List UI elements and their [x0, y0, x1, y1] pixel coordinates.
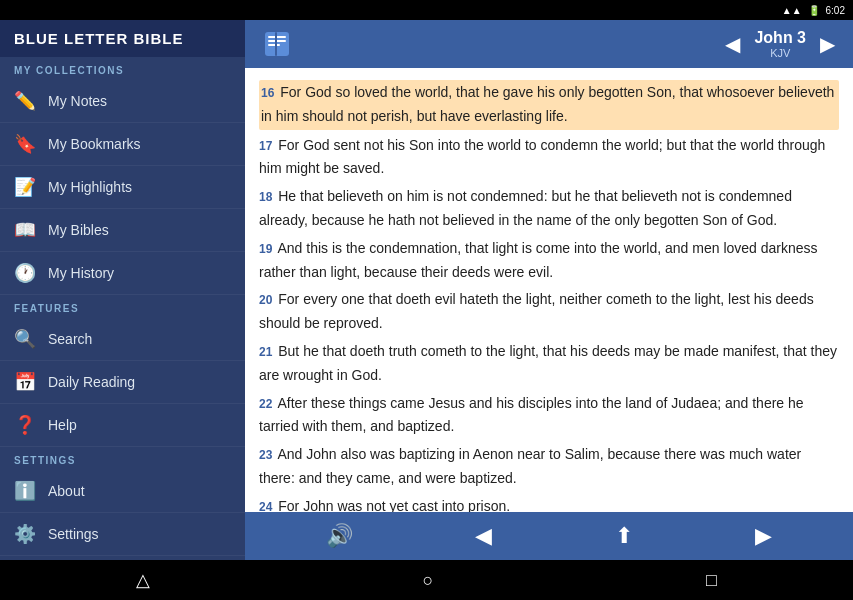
sidebar-item-about[interactable]: ℹ️ About — [0, 470, 245, 513]
bibles-icon: 📖 — [14, 219, 36, 241]
verse-23: 23 And John also was baptizing in Aenon … — [259, 443, 839, 491]
verse-18: 18 He that believeth on him is not conde… — [259, 185, 839, 233]
about-label: About — [48, 483, 85, 499]
help-icon: ❓ — [14, 414, 36, 436]
search-label: Search — [48, 331, 92, 347]
back-nav-button[interactable]: △ — [136, 569, 150, 591]
bookmark-up-button[interactable]: ⬆ — [609, 517, 639, 555]
app-title: BLUE LETTER BIBLE — [0, 20, 245, 57]
verse-16: 16 For God so loved the world, that he g… — [259, 80, 839, 130]
verse-20: 20 For every one that doeth evil hateth … — [259, 288, 839, 336]
verse-num-16: 16 — [261, 86, 274, 100]
notes-label: My Notes — [48, 93, 107, 109]
home-nav-button[interactable]: ○ — [423, 570, 434, 591]
bible-version: KJV — [754, 47, 806, 59]
daily-reading-icon: 📅 — [14, 371, 36, 393]
bibles-label: My Bibles — [48, 222, 109, 238]
chapter-navigation: ◀ John 3 KJV ▶ — [719, 28, 841, 60]
sidebar-item-notes[interactable]: ✏️ My Notes — [0, 80, 245, 123]
verse-22: 22 After these things came Jesus and his… — [259, 392, 839, 440]
sidebar-item-bibles[interactable]: 📖 My Bibles — [0, 209, 245, 252]
settings-icon: ⚙️ — [14, 523, 36, 545]
top-nav: ◀ John 3 KJV ▶ — [245, 20, 853, 68]
notes-icon: ✏️ — [14, 90, 36, 112]
sidebar-item-bookmarks[interactable]: 🔖 My Bookmarks — [0, 123, 245, 166]
bookmarks-label: My Bookmarks — [48, 136, 141, 152]
status-bar: ▲▲ 🔋 6:02 — [0, 0, 853, 20]
back-button[interactable]: ◀ — [469, 517, 498, 555]
verse-24: 24 For John was not yet cast into prison… — [259, 495, 839, 512]
history-label: My History — [48, 265, 114, 281]
forward-button[interactable]: ▶ — [749, 517, 778, 555]
book-logo[interactable] — [257, 24, 297, 64]
daily-reading-label: Daily Reading — [48, 374, 135, 390]
sidebar-item-settings[interactable]: ⚙️ Settings — [0, 513, 245, 556]
chapter-title: John 3 — [754, 29, 806, 47]
svg-rect-4 — [275, 32, 277, 56]
chapter-info: John 3 KJV — [754, 29, 806, 59]
about-icon: ℹ️ — [14, 480, 36, 502]
sidebar: BLUE LETTER BIBLE MY COLLECTIONS ✏️ My N… — [0, 20, 245, 560]
android-nav-bar: △ ○ □ — [0, 560, 853, 600]
battery-icon: 🔋 — [808, 5, 820, 16]
verse-text-16: For God so loved the world, that he gave… — [261, 84, 834, 124]
recents-nav-button[interactable]: □ — [706, 570, 717, 591]
svg-rect-3 — [268, 44, 280, 46]
bottom-toolbar: 🔊 ◀ ⬆ ▶ — [245, 512, 853, 560]
settings-label: Settings — [48, 526, 99, 542]
app-body: BLUE LETTER BIBLE MY COLLECTIONS ✏️ My N… — [0, 20, 853, 560]
next-chapter-button[interactable]: ▶ — [814, 28, 841, 60]
bible-text[interactable]: 16 For God so loved the world, that he g… — [245, 68, 853, 512]
sidebar-item-daily-reading[interactable]: 📅 Daily Reading — [0, 361, 245, 404]
verse-21: 21 But he that doeth truth cometh to the… — [259, 340, 839, 388]
sidebar-item-help[interactable]: ❓ Help — [0, 404, 245, 447]
sidebar-item-search[interactable]: 🔍 Search — [0, 318, 245, 361]
history-icon: 🕐 — [14, 262, 36, 284]
wifi-icon: ▲▲ — [782, 5, 802, 16]
verse-19: 19 And this is the condemnation, that li… — [259, 237, 839, 285]
features-section-label: FEATURES — [0, 295, 245, 318]
highlights-label: My Highlights — [48, 179, 132, 195]
time-display: 6:02 — [826, 5, 845, 16]
sidebar-item-highlights[interactable]: 📝 My Highlights — [0, 166, 245, 209]
prev-chapter-button[interactable]: ◀ — [719, 28, 746, 60]
speak-button[interactable]: 🔊 — [320, 517, 359, 555]
sidebar-item-history[interactable]: 🕐 My History — [0, 252, 245, 295]
collections-section-label: MY COLLECTIONS — [0, 57, 245, 80]
bookmarks-icon: 🔖 — [14, 133, 36, 155]
help-label: Help — [48, 417, 77, 433]
highlights-icon: 📝 — [14, 176, 36, 198]
content-area: ◀ John 3 KJV ▶ 16 For God so loved the w… — [245, 20, 853, 560]
settings-section-label: SETTINGS — [0, 447, 245, 470]
search-icon: 🔍 — [14, 328, 36, 350]
verse-17: 17 For God sent not his Son into the wor… — [259, 134, 839, 182]
